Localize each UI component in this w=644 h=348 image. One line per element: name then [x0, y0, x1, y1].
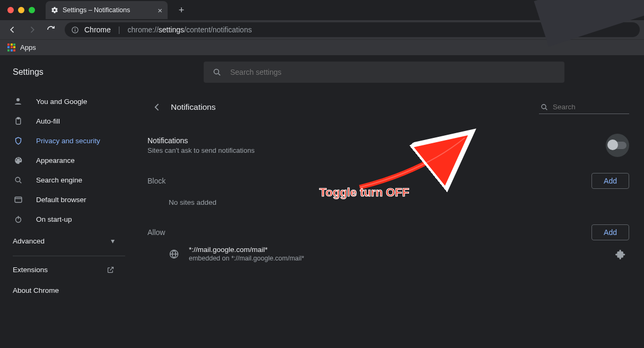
site-info-icon[interactable]	[71, 26, 79, 34]
sidebar-item-label: Privacy and security	[36, 137, 100, 145]
sidebar-item-label: Default browser	[36, 196, 86, 204]
allow-label: Allow	[147, 228, 165, 237]
svg-point-3	[214, 69, 219, 74]
sidebar-item-label: You and Google	[36, 98, 87, 106]
settings-sidebar: You and Google Auto-fill Privacy and sec…	[0, 89, 137, 301]
window-traffic-lights	[7, 7, 35, 13]
sidebar-item-you-and-google[interactable]: You and Google	[0, 91, 129, 111]
browser-tab[interactable]: Settings – Notifications ×	[46, 1, 168, 19]
sidebar-item-label: Search engine	[36, 176, 82, 184]
apps-grid-icon[interactable]	[7, 44, 16, 52]
url-path: /content/notifications	[184, 25, 252, 34]
window-close-icon[interactable]	[7, 7, 14, 13]
site-pattern: *://mail.google.com/mail*	[189, 246, 606, 254]
svg-point-1	[75, 28, 76, 29]
search-icon	[212, 67, 222, 77]
advanced-label: Advanced	[13, 237, 45, 245]
url-origin-label: Chrome	[84, 25, 111, 34]
close-icon[interactable]: ×	[158, 6, 162, 15]
power-icon	[13, 215, 23, 224]
section-search-input[interactable]	[553, 103, 642, 111]
sidebar-item-privacy-security[interactable]: Privacy and security	[0, 131, 129, 151]
section-header: Notifications	[147, 95, 644, 119]
notifications-toggle[interactable]	[606, 134, 629, 157]
section-title: Notifications	[171, 102, 215, 112]
block-add-button[interactable]: Add	[591, 173, 629, 189]
annotation-text: Toggle turn OFF	[319, 186, 409, 199]
extensions-label: Extensions	[13, 266, 48, 274]
window-minimize-icon[interactable]	[18, 7, 24, 13]
sidebar-item-default-browser[interactable]: Default browser	[0, 190, 129, 210]
palette-icon	[13, 156, 23, 165]
section-search[interactable]	[539, 101, 629, 114]
svg-point-4	[16, 98, 20, 101]
back-button[interactable]	[4, 21, 21, 38]
svg-rect-8	[15, 197, 22, 203]
toggle-knob	[607, 140, 618, 150]
shield-icon	[13, 136, 23, 145]
forward-button[interactable]	[23, 21, 40, 38]
toggle-track	[608, 142, 626, 149]
sidebar-item-appearance[interactable]: Appearance	[0, 151, 129, 170]
clipboard-icon	[13, 117, 23, 126]
notifications-master-toggle-row: Notifications Sites can't ask to send no…	[147, 132, 629, 170]
reload-button[interactable]	[42, 21, 59, 38]
sidebar-link-extensions[interactable]: Extensions	[0, 259, 137, 280]
person-icon	[13, 97, 23, 106]
chevron-down-icon: ▾	[111, 237, 115, 245]
settings-header: Settings	[0, 55, 644, 89]
svg-rect-6	[17, 117, 19, 119]
open-external-icon	[107, 266, 115, 274]
sidebar-link-about[interactable]: About Chrome	[0, 280, 137, 301]
sidebar-item-search-engine[interactable]: Search engine	[0, 170, 129, 190]
separator: |	[118, 25, 120, 34]
page-title: Settings	[13, 67, 193, 77]
browser-icon	[13, 195, 23, 204]
globe-icon	[169, 249, 179, 259]
setting-subtitle: Sites can't ask to send notifications	[147, 146, 606, 154]
sidebar-item-on-startup[interactable]: On start-up	[0, 210, 129, 229]
allow-site-row[interactable]: *://mail.google.com/mail* embedded on *:…	[147, 240, 629, 267]
sidebar-separator	[13, 256, 125, 256]
site-embed-note: embedded on *://mail.google.com/mail*	[189, 255, 606, 262]
sidebar-advanced-toggle[interactable]: Advanced ▾	[0, 229, 137, 253]
svg-rect-2	[75, 29, 75, 31]
sidebar-item-label: Auto-fill	[36, 117, 60, 125]
back-arrow-button[interactable]	[147, 98, 167, 117]
sidebar-item-label: Appearance	[36, 156, 75, 164]
extension-icon[interactable]	[615, 249, 626, 259]
url-host: settings	[159, 25, 184, 34]
block-label: Block	[147, 177, 166, 185]
svg-point-10	[542, 105, 546, 109]
search-icon	[13, 176, 23, 185]
allow-section-header: Allow Add	[147, 221, 629, 240]
apps-label[interactable]: Apps	[20, 44, 36, 51]
url-scheme: chrome://	[127, 25, 158, 34]
new-tab-button[interactable]: +	[174, 3, 189, 18]
window-zoom-icon[interactable]	[29, 7, 35, 13]
sidebar-item-autofill[interactable]: Auto-fill	[0, 111, 129, 131]
allow-add-button[interactable]: Add	[591, 224, 629, 240]
gear-icon	[51, 6, 58, 14]
settings-main: Notifications Notifications Sites can't …	[137, 89, 644, 301]
sidebar-item-label: On start-up	[36, 215, 72, 223]
about-label: About Chrome	[13, 286, 59, 294]
settings-search-input[interactable]	[230, 68, 556, 76]
setting-title: Notifications	[147, 136, 606, 145]
search-icon	[540, 103, 549, 111]
svg-point-7	[15, 177, 20, 182]
tab-title: Settings – Notifications	[63, 6, 153, 14]
settings-search[interactable]	[204, 62, 564, 83]
